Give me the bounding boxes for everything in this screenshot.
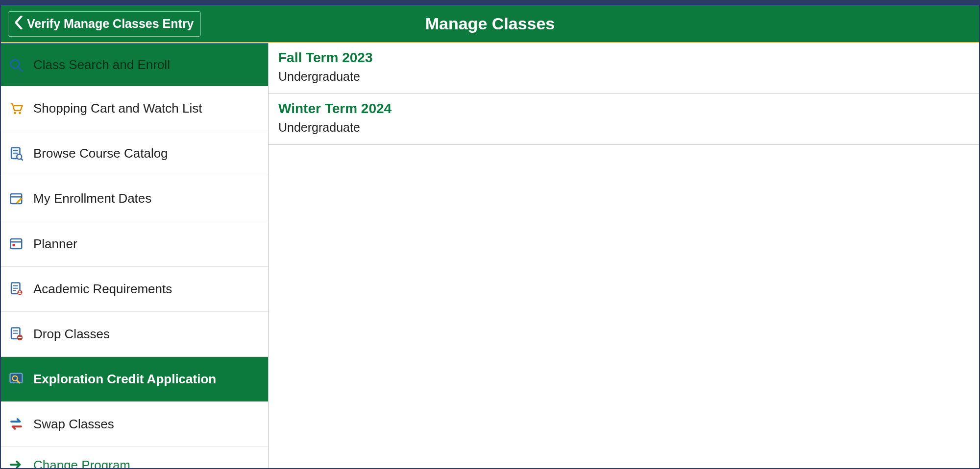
sidebar-item-label: Change Program	[33, 458, 130, 468]
sidebar-item-label: Browse Course Catalog	[33, 146, 168, 161]
svg-point-3	[19, 112, 21, 114]
sidebar-item-label: Exploration Credit Application	[33, 372, 216, 387]
explore-icon	[8, 371, 24, 387]
sidebar-item-class-search[interactable]: Class Search and Enroll	[1, 43, 268, 86]
sidebar-item-label: Swap Classes	[33, 417, 114, 432]
drop-icon	[8, 326, 24, 342]
sidebar-item-exploration-credit[interactable]: Exploration Credit Application	[1, 357, 268, 402]
calendar-pencil-icon	[8, 190, 24, 207]
sidebar-item-swap-classes[interactable]: Swap Classes	[1, 402, 268, 447]
svg-rect-13	[13, 244, 15, 246]
svg-rect-11	[11, 239, 22, 249]
term-title: Fall Term 2023	[278, 50, 969, 66]
swap-icon	[8, 416, 24, 432]
svg-line-8	[21, 159, 23, 161]
planner-icon	[8, 235, 24, 252]
sidebar-item-planner[interactable]: Planner	[1, 221, 268, 266]
term-row-fall-2023[interactable]: Fall Term 2023 Undergraduate	[269, 43, 979, 94]
term-title: Winter Term 2024	[278, 101, 969, 117]
search-icon	[8, 57, 24, 73]
sidebar-item-drop-classes[interactable]: Drop Classes	[1, 312, 268, 357]
term-row-winter-2024[interactable]: Winter Term 2024 Undergraduate	[269, 94, 979, 145]
svg-line-1	[18, 67, 23, 71]
main-content: Fall Term 2023 Undergraduate Winter Term…	[269, 43, 979, 468]
page-header: Verify Manage Classes Entry Manage Class…	[1, 5, 979, 43]
sidebar-item-label: Drop Classes	[33, 327, 110, 342]
svg-point-7	[17, 154, 22, 159]
sidebar-item-enrollment-dates[interactable]: My Enrollment Dates	[1, 176, 268, 221]
catalog-icon	[8, 145, 24, 162]
sidebar-item-change-program[interactable]: Change Program	[1, 447, 268, 468]
svg-point-19	[19, 291, 21, 292]
window-frame-top	[1, 1, 979, 5]
chevron-left-icon	[14, 16, 23, 32]
sidebar-item-label: Planner	[33, 236, 77, 252]
arrow-right-icon	[8, 451, 24, 468]
sidebar-item-shopping-cart[interactable]: Shopping Cart and Watch List	[1, 86, 268, 131]
cart-icon	[8, 100, 24, 117]
sidebar-item-browse-catalog[interactable]: Browse Course Catalog	[1, 131, 268, 176]
sidebar: Class Search and Enroll Shopping Cart an…	[1, 43, 269, 468]
back-button-label: Verify Manage Classes Entry	[27, 17, 194, 31]
term-level: Undergraduate	[278, 70, 969, 84]
back-button[interactable]: Verify Manage Classes Entry	[8, 11, 201, 37]
sidebar-item-label: My Enrollment Dates	[33, 191, 151, 206]
sidebar-item-academic-requirements[interactable]: Academic Requirements	[1, 267, 268, 312]
sidebar-item-label: Shopping Cart and Watch List	[33, 101, 202, 116]
svg-rect-25	[10, 374, 23, 383]
checklist-icon	[8, 281, 24, 297]
sidebar-item-label: Academic Requirements	[33, 281, 172, 297]
sidebar-item-label: Class Search and Enroll	[33, 57, 170, 72]
term-level: Undergraduate	[278, 120, 969, 135]
svg-point-2	[14, 112, 16, 114]
